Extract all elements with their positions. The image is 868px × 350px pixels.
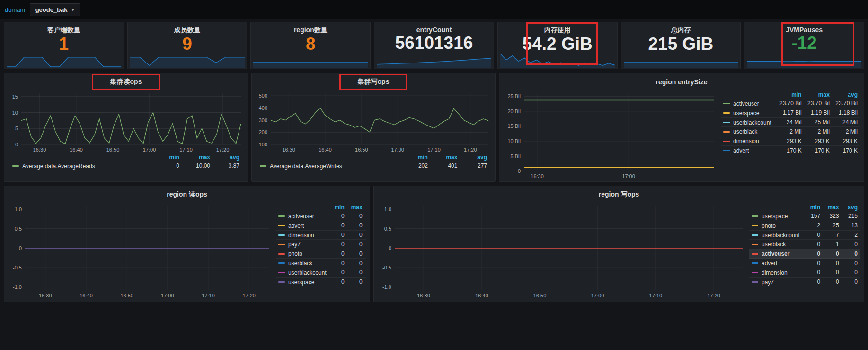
legend-header-avg[interactable]: avg — [460, 153, 489, 162]
svg-text:16:40: 16:40 — [70, 147, 83, 153]
legend-header-max[interactable]: max — [430, 153, 460, 162]
legend-min-value: 170 K — [776, 146, 804, 155]
legend-min-value: 0 — [329, 221, 347, 230]
legend-max-value: 25 — [823, 221, 841, 230]
legend-min-value: 0 — [329, 259, 347, 268]
legend-series-name[interactable]: userblack — [288, 260, 312, 267]
legend-header-min[interactable]: min — [329, 203, 347, 212]
legend-header-avg[interactable]: avg — [832, 90, 860, 99]
legend-header-min[interactable]: min — [776, 90, 804, 99]
panel-title-regions[interactable]: region数量 — [294, 22, 328, 35]
legend-row: Average data.AverageReads010.003.87 — [10, 162, 242, 171]
legend-header-min[interactable]: min — [152, 153, 182, 162]
svg-text:17:00: 17:00 — [622, 173, 635, 179]
legend-series-name[interactable]: photo — [288, 251, 302, 257]
series-color-marker — [752, 262, 758, 264]
panel-title-total-memory[interactable]: 总内存 — [671, 22, 691, 35]
panel-title-clients[interactable]: 客户端数量 — [47, 22, 80, 35]
legend-series-name[interactable]: pay7 — [288, 241, 301, 248]
svg-text:17:20: 17:20 — [242, 293, 256, 298]
legend-series-name[interactable]: activeuser — [288, 213, 314, 220]
svg-text:16:40: 16:40 — [475, 293, 488, 298]
panel-title-entrycount[interactable]: entryCount — [416, 22, 452, 34]
legend-header-avg[interactable]: avg — [365, 203, 366, 212]
legend-series-name[interactable]: userblackcount — [288, 269, 327, 276]
legend-min-value: 0 — [804, 259, 823, 268]
region-read-chart[interactable]: 1.00.50-0.5-1.016:3016:4016:5017:0017:10… — [8, 203, 273, 299]
legend-header-avg[interactable]: avg — [213, 153, 242, 162]
legend-header-min[interactable]: min — [804, 203, 823, 212]
legend-header-min[interactable]: min — [400, 153, 430, 162]
region-charts-row: region 读ops 1.00.50-0.5-1.016:3016:4016:… — [4, 186, 864, 302]
legend-row: pay7000 — [276, 240, 366, 249]
series-color-marker — [752, 215, 758, 217]
legend-series-name[interactable]: userblackcount — [762, 232, 800, 238]
series-color-marker — [278, 215, 285, 217]
legend-series-name[interactable]: Average data.AverageReads — [22, 163, 95, 170]
legend-series-name[interactable]: dimension — [762, 269, 788, 276]
legend-series-name[interactable]: dimension — [733, 138, 759, 144]
region-write-legend: minmaxavguserspace157323215photo22513use… — [746, 203, 860, 300]
svg-text:17:20: 17:20 — [216, 147, 230, 153]
legend-series-name[interactable]: userspace — [733, 110, 759, 117]
legend-header-max[interactable]: max — [823, 203, 841, 212]
legend-series-name[interactable]: userspace — [288, 279, 314, 286]
legend-series-name[interactable]: advert — [733, 147, 749, 154]
svg-text:16:30: 16:30 — [39, 293, 52, 298]
legend-series-name[interactable]: userblack — [762, 241, 786, 248]
series-color-marker — [723, 122, 730, 123]
legend-series-name[interactable]: advert — [762, 260, 777, 267]
panel-title-memory-used[interactable]: 内存使用 — [544, 22, 571, 35]
legend-series-name[interactable]: dimension — [288, 232, 314, 238]
legend-series-name[interactable]: userspace — [762, 213, 788, 220]
legend-avg-value: 0 — [365, 240, 366, 249]
legend-min-value: 202 — [400, 162, 430, 171]
legend-header-avg[interactable]: avg — [841, 203, 860, 212]
domain-variable-label[interactable]: domain — [5, 6, 25, 13]
legend-max-value: 7 — [823, 230, 841, 240]
series-color-marker — [752, 234, 758, 236]
stat-panels-row: 客户端数量 1 成员数量 9 region数量 8 entryCount 561… — [4, 22, 864, 69]
legend-header-max[interactable]: max — [182, 153, 213, 162]
legend-series-name[interactable]: Average data.AverageWrites — [270, 163, 342, 170]
legend-min-value: 2 — [804, 221, 823, 230]
svg-text:0.5: 0.5 — [15, 226, 22, 232]
panel-title-region-read-ops[interactable]: region 读ops — [167, 190, 207, 199]
series-color-marker — [723, 103, 730, 104]
legend-series-name[interactable]: pay7 — [762, 279, 774, 286]
stat-panel-regions: region数量 8 — [250, 22, 371, 69]
legend-avg-value: 215 — [841, 212, 860, 221]
region-write-chart[interactable]: 1.00.50-0.5-1.016:3016:4016:5017:0017:10… — [378, 203, 746, 299]
svg-text:-0.5: -0.5 — [13, 265, 22, 270]
cluster-write-chart[interactable]: 10020030040050016:3016:4016:5017:0017:10… — [255, 90, 492, 153]
panel-title-region-write-ops[interactable]: region 写ops — [599, 190, 639, 199]
svg-text:0: 0 — [389, 245, 391, 251]
legend-series-name[interactable]: userblack — [733, 128, 757, 135]
legend-series-name[interactable]: userblackcount — [733, 119, 771, 126]
svg-text:16:50: 16:50 — [106, 147, 120, 153]
svg-text:16:30: 16:30 — [417, 293, 430, 298]
svg-text:-1.0: -1.0 — [382, 284, 391, 290]
legend-header-max[interactable]: max — [347, 203, 365, 212]
legend-row: userblackcount24 Mil25 Mil24 Mil — [721, 117, 860, 127]
legend-series-name[interactable]: advert — [288, 223, 304, 229]
panel-title-members[interactable]: 成员数量 — [174, 22, 201, 35]
sparkline-total-memory — [624, 52, 738, 68]
legend-min-value: 0 — [804, 240, 823, 249]
legend-header-max[interactable]: max — [804, 90, 832, 99]
panel-title-region-entrysize[interactable]: region entrySize — [656, 78, 708, 86]
domain-variable-dropdown[interactable]: geode_bak ▾ — [30, 3, 80, 16]
cluster-read-chart[interactable]: 05101516:3016:4016:5017:0017:1017:20 — [7, 90, 245, 153]
panel-title-jvmpauses[interactable]: JVMPauses — [786, 22, 823, 34]
legend-row: dimension000 — [276, 230, 366, 240]
panel-title-cluster-write-ops[interactable]: 集群写ops — [358, 78, 390, 86]
svg-text:16:40: 16:40 — [319, 147, 332, 153]
legend-series-name[interactable]: activeuser — [762, 251, 789, 257]
legend-min-value: 24 Mil — [776, 117, 804, 127]
legend-series-name[interactable]: activeuser — [733, 100, 759, 107]
region-entrysize-chart[interactable]: 05 Bil10 Bil15 Bil20 Bil25 Bil16:3017:00 — [503, 90, 718, 179]
panel-title-cluster-read-ops[interactable]: 集群读ops — [110, 78, 142, 86]
legend-series-name[interactable]: photo — [762, 223, 776, 229]
svg-text:16:30: 16:30 — [531, 173, 544, 179]
legend-max-value: 0 — [347, 259, 365, 268]
